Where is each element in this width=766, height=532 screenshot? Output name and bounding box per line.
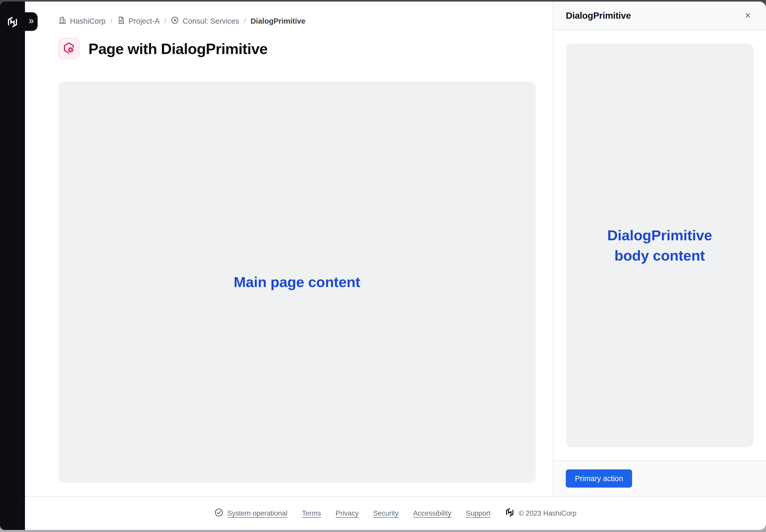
breadcrumb-label: HashiCorp	[70, 17, 105, 25]
chevrons-right-icon: »	[29, 16, 34, 25]
footer-link-terms[interactable]: Terms	[302, 509, 321, 517]
breadcrumb-label: DialogPrimitive	[251, 17, 305, 25]
system-status-label: System operational	[227, 509, 287, 517]
copyright-text: © 2023 HashiCorp	[518, 509, 577, 517]
file-text-icon	[117, 16, 125, 26]
check-circle-icon	[215, 508, 223, 519]
hashicorp-home-button[interactable]	[6, 16, 18, 28]
page-title-row: Page with DialogPrimitive	[58, 38, 535, 59]
page-title-badge	[58, 38, 79, 59]
sidebar-expand-toggle[interactable]: »	[25, 12, 38, 31]
drawer-close-button[interactable]	[742, 10, 754, 21]
breadcrumb-separator: /	[164, 17, 166, 25]
org-building-icon	[58, 16, 67, 26]
breadcrumb-separator: /	[244, 17, 246, 25]
footer-link-security[interactable]: Security	[373, 509, 399, 517]
sidebar	[0, 2, 25, 530]
content-column: HashiCorp / Project-A	[25, 2, 766, 530]
hexagon-gear-icon	[63, 42, 75, 55]
drawer-body: DialogPrimitive body content	[553, 30, 766, 460]
system-status-link[interactable]: System operational	[215, 508, 287, 519]
copyright: © 2023 HashiCorp	[505, 508, 577, 519]
drawer-header: DialogPrimitive	[553, 2, 766, 30]
footer-link-support[interactable]: Support	[466, 509, 491, 517]
close-icon	[744, 11, 752, 20]
main-page: HashiCorp / Project-A	[25, 2, 553, 496]
hashicorp-logo-icon	[505, 508, 514, 519]
dialog-primitive-drawer: DialogPrimitive DialogPrimitive body con…	[553, 2, 766, 496]
page-title: Page with DialogPrimitive	[88, 40, 268, 57]
hashicorp-logo-icon	[6, 16, 18, 28]
breadcrumb-item-project-a[interactable]: Project-A	[117, 16, 160, 26]
drawer-placeholder-text: DialogPrimitive body content	[595, 225, 725, 266]
primary-action-button[interactable]: Primary action	[566, 469, 632, 488]
breadcrumb-separator: /	[110, 17, 112, 25]
main-placeholder-text: Main page content	[234, 272, 360, 292]
breadcrumb: HashiCorp / Project-A	[58, 16, 535, 26]
breadcrumb-label: Consul: Services	[182, 17, 239, 25]
footer-link-accessibility[interactable]: Accessibility	[413, 509, 451, 517]
breadcrumb-label: Project-A	[129, 17, 160, 25]
consul-icon	[171, 16, 179, 26]
main-content-placeholder: Main page content	[58, 82, 535, 483]
breadcrumb-item-hashicorp[interactable]: HashiCorp	[58, 16, 105, 26]
drawer-footer: Primary action	[553, 460, 766, 496]
app-footer: System operational Terms Privacy Securit…	[25, 496, 766, 530]
app-frame: »	[0, 2, 766, 530]
drawer-content-placeholder: DialogPrimitive body content	[566, 44, 754, 447]
breadcrumb-item-consul-services[interactable]: Consul: Services	[171, 16, 239, 26]
footer-link-privacy[interactable]: Privacy	[336, 509, 359, 517]
content-row: HashiCorp / Project-A	[25, 2, 766, 496]
breadcrumb-item-current: DialogPrimitive	[251, 17, 305, 25]
drawer-title: DialogPrimitive	[566, 10, 742, 21]
